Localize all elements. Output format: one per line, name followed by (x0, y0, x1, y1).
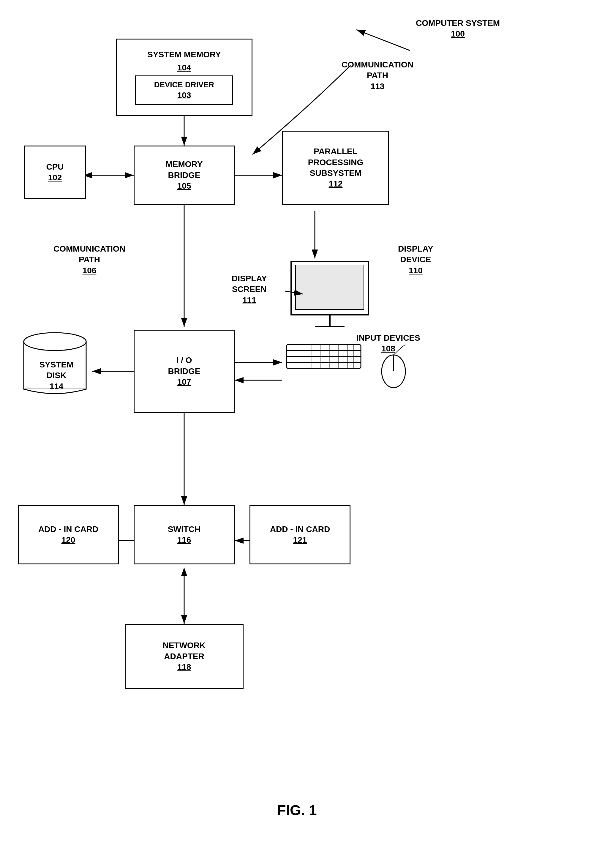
arrows-svg (0, 0, 616, 843)
switch-ref: 116 (177, 535, 191, 545)
add-in-card-121-box: ADD - IN CARD 121 (249, 505, 351, 564)
network-adapter-box: NETWORKADAPTER 118 (125, 624, 243, 689)
mouse-svg (377, 345, 413, 392)
svg-rect-16 (296, 265, 364, 309)
parallel-processing-box: PARALLELPROCESSINGSUBSYSTEM 112 (282, 131, 389, 205)
parallel-processing-ref: 112 (329, 179, 343, 189)
cpu-box: CPU 102 (24, 145, 86, 199)
display-screen-arrow (0, 0, 616, 843)
io-bridge-box: I / OBRIDGE 107 (133, 330, 235, 413)
display-screen-label: DISPLAYSCREEN 111 (232, 273, 267, 306)
network-adapter-label: NETWORKADAPTER (163, 640, 206, 662)
system-disk-label: SYSTEMDISK 114 (21, 359, 92, 392)
computer-system-label: COMPUTER SYSTEM 100 (416, 18, 500, 40)
add-in-card-121-label: ADD - IN CARD (270, 524, 330, 535)
add-in-card-120-label: ADD - IN CARD (38, 524, 98, 535)
monitor-svg (285, 258, 386, 336)
add-in-card-120-box: ADD - IN CARD 120 (18, 505, 119, 564)
switch-box: SWITCH 116 (133, 505, 235, 564)
add-in-card-121-ref: 121 (293, 535, 307, 545)
figure-label: FIG. 1 (208, 802, 386, 818)
cpu-ref: 102 (48, 172, 62, 183)
io-bridge-label: I / OBRIDGE (168, 355, 201, 377)
comm-path-113-label: COMMUNICATIONPATH 113 (342, 59, 414, 92)
device-driver-label: DEVICE DRIVER (154, 80, 214, 90)
device-driver-box: DEVICE DRIVER 103 (135, 75, 233, 105)
memory-bridge-label: MEMORYBRIDGE (166, 159, 203, 180)
io-bridge-ref: 107 (177, 377, 191, 387)
svg-point-36 (24, 333, 86, 350)
memory-bridge-box: MEMORYBRIDGE 105 (133, 145, 235, 205)
network-adapter-ref: 118 (177, 662, 191, 673)
switch-label: SWITCH (168, 524, 201, 535)
system-memory-label: SYSTEM MEMORY (147, 49, 221, 60)
svg-line-14 (356, 30, 410, 50)
device-driver-ref: 103 (177, 90, 191, 101)
parallel-processing-label: PARALLELPROCESSINGSUBSYSTEM (308, 146, 364, 179)
system-memory-box: SYSTEM MEMORY 104 DEVICE DRIVER 103 (116, 39, 252, 116)
display-device-label: DISPLAYDEVICE 110 (398, 243, 433, 276)
cpu-label: CPU (46, 161, 63, 172)
diagram: COMPUTER SYSTEM 100 SYSTEM MEMORY 104 DE… (0, 0, 616, 843)
comm-path-106-label: COMMUNICATIONPATH 106 (53, 243, 125, 276)
system-memory-ref: 104 (177, 62, 191, 73)
add-in-card-120-ref: 120 (62, 535, 75, 545)
memory-bridge-ref: 105 (177, 180, 191, 191)
keyboard-svg (285, 342, 374, 377)
